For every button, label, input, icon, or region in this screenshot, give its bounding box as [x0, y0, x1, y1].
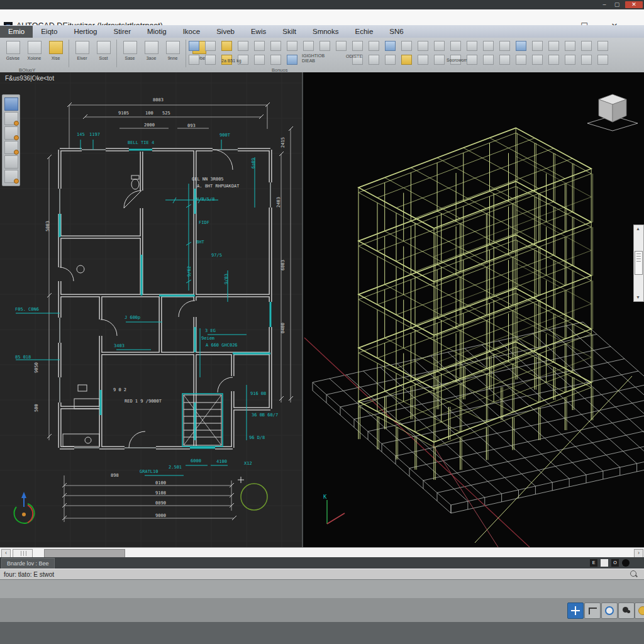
horizontal-scrollbar[interactable]: ‹ › — [0, 547, 644, 558]
ribbon-tool-icon[interactable] — [532, 55, 543, 65]
vertical-scrollbar[interactable]: ▲ ▼ — [633, 225, 644, 302]
viewport-2d-floorplan[interactable]: 808391051005252000093GEL NN 3R005A. 8HT … — [0, 72, 303, 547]
menu-item-siveb[interactable]: Siveb — [208, 26, 243, 38]
ribbon-tool-icon[interactable] — [238, 41, 248, 51]
scroll-up-icon[interactable]: ▲ — [634, 225, 642, 233]
ribbon-button-sost[interactable]: Sost — [93, 39, 114, 68]
ribbon-button-sase[interactable]: Sase — [119, 39, 140, 68]
outer-close-icon[interactable]: ✕ — [625, 1, 643, 8]
ribbon-tool-icon[interactable] — [385, 41, 396, 51]
ribbon-tool-icon[interactable] — [434, 55, 445, 65]
ribbon-tool-icon[interactable] — [254, 41, 265, 51]
ribbon-tool-icon[interactable] — [254, 55, 265, 65]
ribbon-tool-icon[interactable] — [336, 41, 347, 51]
menu-item-ikoce[interactable]: Ikoce — [175, 26, 209, 38]
status-corner-icon[interactable] — [584, 602, 601, 619]
menu-item-hertiog[interactable]: Hertiog — [65, 26, 105, 38]
ribbon-tool-icon[interactable] — [450, 41, 461, 51]
ribbon-tool-icon[interactable] — [385, 55, 396, 65]
vertical-scroll-thumb[interactable] — [635, 251, 643, 275]
command-icon-dot[interactable] — [622, 559, 630, 567]
menu-item-echie[interactable]: Echie — [347, 26, 382, 38]
scroll-right-icon[interactable]: › — [634, 549, 643, 558]
palette-tool-icon[interactable] — [4, 126, 18, 140]
palette-tool-icon[interactable] — [4, 155, 18, 169]
ribbon-button-xoione[interactable]: Xoione — [24, 39, 45, 68]
menu-item-skilt[interactable]: Skilt — [274, 26, 304, 38]
menu-item-miotig[interactable]: Miotig — [139, 26, 175, 38]
ribbon-button-xise[interactable]: Xise — [45, 39, 66, 68]
ribbon-tool-icon[interactable] — [287, 41, 297, 51]
command-history-tab[interactable]: Bnarde lov : Bee — [1, 558, 55, 569]
ribbon-tool-icon[interactable] — [369, 41, 379, 51]
ribbon-tool-icon[interactable] — [597, 41, 608, 51]
outer-maximize-icon[interactable]: ▢ — [611, 1, 623, 8]
ribbon-tool-icon[interactable] — [205, 41, 216, 51]
ribbon-tool-icon[interactable] — [418, 41, 428, 51]
ribbon-tool-icon[interactable] — [303, 41, 314, 51]
ribbon-tool-icon[interactable] — [467, 55, 477, 65]
ribbon-button-eiver[interactable]: Eiver — [72, 39, 92, 68]
scrollbar-grip-button[interactable] — [13, 549, 33, 558]
viewport-3d-model[interactable]: K — [303, 72, 644, 547]
palette-tool-icon[interactable] — [4, 170, 18, 183]
palette-tool-icon[interactable] — [4, 97, 18, 111]
ribbon-tool-icon[interactable] — [597, 55, 608, 65]
status-cluster-icon[interactable] — [618, 602, 635, 619]
ribbon-tool-icon[interactable] — [270, 55, 281, 65]
ribbon-tool-icon[interactable] — [189, 41, 199, 51]
status-plus-icon[interactable] — [567, 602, 584, 619]
command-icon-o[interactable]: O — [611, 559, 619, 567]
ribbon-tool-icon[interactable] — [401, 41, 412, 51]
ribbon-tool-icon[interactable] — [516, 41, 526, 51]
ribbon-tool-icon[interactable] — [548, 41, 559, 51]
ribbon-tool-icon[interactable] — [221, 41, 232, 51]
ribbon-tool-icon[interactable] — [483, 55, 494, 65]
ribbon-tool-icon[interactable] — [499, 55, 510, 65]
ribbon-tool-icon[interactable] — [434, 41, 445, 51]
ribbon-button-3aoe[interactable]: 3aoe — [141, 39, 162, 68]
command-icon-e[interactable]: E — [590, 559, 597, 567]
ribbon-tool-icon[interactable] — [565, 41, 575, 51]
status-globe-icon[interactable] — [601, 602, 618, 619]
ribbon-tool-icon[interactable] — [352, 41, 363, 51]
outer-minimize-icon[interactable]: – — [599, 1, 610, 8]
ribbon-tool-icon[interactable] — [532, 41, 543, 51]
ribbon-tool-icon[interactable] — [581, 41, 592, 51]
dimension-label: A. 8HT RHPUAKOAT — [197, 184, 240, 189]
ribbon-tool-icon[interactable] — [319, 41, 330, 51]
viewcube[interactable] — [587, 94, 638, 131]
horizontal-scroll-thumb[interactable] — [44, 549, 125, 558]
menu-item-sn6[interactable]: SN6 — [381, 26, 411, 38]
command-icon-window[interactable] — [601, 559, 608, 567]
ribbon-tool-icon[interactable] — [548, 55, 559, 65]
menu-item-emio[interactable]: Emio — [0, 26, 33, 38]
palette-tool-icon[interactable] — [4, 112, 18, 125]
ribbon-tool-icon[interactable] — [270, 41, 281, 51]
ribbon-tool-icon[interactable] — [189, 55, 199, 65]
ribbon-tool-icon[interactable] — [467, 41, 477, 51]
ribbon-tool-icon[interactable] — [516, 55, 526, 65]
menu-item-stirer[interactable]: Stirer — [106, 26, 139, 38]
palette-tool-icon[interactable] — [4, 141, 18, 154]
ribbon-tool-icon[interactable] — [369, 55, 379, 65]
scroll-down-icon[interactable]: ▼ — [634, 294, 642, 301]
menu-item-eiqto[interactable]: Eiqto — [33, 26, 65, 38]
search-icon[interactable] — [630, 570, 636, 577]
ribbon-tool-icon[interactable] — [499, 41, 510, 51]
ribbon-tool-icon[interactable] — [287, 55, 297, 65]
menu-item-smnoks[interactable]: Smnoks — [304, 26, 347, 38]
drawing-workspace[interactable]: F&us936|Oke<tot — [0, 72, 644, 547]
command-line-input[interactable]: four: tlato: E stwot — [0, 569, 644, 579]
status-sun-icon[interactable] — [635, 602, 644, 619]
ribbon-tool-icon[interactable] — [418, 55, 428, 65]
ribbon-button-gsivse[interactable]: Gsivse — [3, 39, 23, 68]
scroll-left-icon[interactable]: ‹ — [1, 549, 11, 558]
ribbon-tool-icon[interactable] — [205, 55, 216, 65]
ribbon-tool-icon[interactable] — [483, 41, 494, 51]
ribbon-button-9nne[interactable]: 9nne — [162, 39, 183, 68]
menu-item-ewis[interactable]: Ewis — [243, 26, 274, 38]
ribbon-tool-icon[interactable] — [565, 55, 575, 65]
ribbon-tool-icon[interactable] — [401, 55, 412, 65]
ribbon-tool-icon[interactable] — [581, 55, 592, 65]
